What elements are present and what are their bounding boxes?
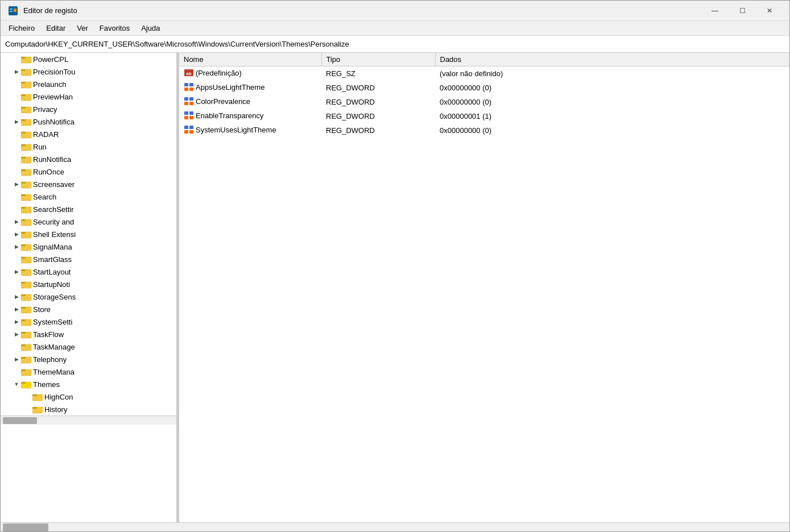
svg-text:ab: ab: [186, 71, 191, 76]
folder-icon-taskflow: [21, 330, 31, 339]
col-header-name[interactable]: Nome: [179, 53, 321, 66]
horizontal-scrollbar-thumb[interactable]: [3, 523, 48, 531]
tree-item-startlayout[interactable]: ▶ StartLayout: [1, 265, 176, 278]
tree-item-themes[interactable]: ▼ Themes: [1, 378, 176, 390]
tree-label-security-and: Security and: [33, 218, 74, 226]
folder-icon-history: [32, 405, 43, 414]
col-header-type[interactable]: Tipo: [321, 53, 435, 66]
svg-rect-104: [189, 116, 193, 119]
value-row-appsuse[interactable]: AppsUseLightTheme REG_DWORD 0x00000000 (…: [179, 81, 789, 95]
bottom-scrollbar[interactable]: [1, 522, 789, 531]
value-type-colorprev: REG_DWORD: [321, 95, 435, 109]
svg-rect-47: [21, 232, 26, 234]
expander-runonce: [12, 167, 21, 176]
value-row-systemuses[interactable]: SystemUsesLightTheme REG_DWORD 0x0000000…: [179, 123, 789, 138]
tree-item-taskmanage[interactable]: TaskManage: [1, 340, 176, 353]
value-data-predefini: (valor não definido): [435, 66, 789, 81]
folder-icon-storagesens: [21, 292, 31, 301]
tree-item-previewhan[interactable]: PreviewHan: [1, 90, 176, 103]
svg-rect-94: [189, 83, 193, 86]
tree-item-screensaver[interactable]: ▶ Screensaver: [1, 178, 176, 190]
expander-search: [12, 192, 21, 201]
tree-item-signalmana[interactable]: ▶ SignalMana: [1, 240, 176, 253]
folder-icon-search: [21, 192, 31, 201]
tree-label-systemsetti: SystemSetti: [33, 318, 72, 326]
menu-ver[interactable]: Ver: [71, 22, 94, 34]
close-button[interactable]: ✕: [756, 2, 783, 19]
tree-item-shell-extensi[interactable]: ▶ Shell Extensi: [1, 228, 176, 240]
registry-editor-window: Editor de registo — ☐ ✕ Ficheiro Editar …: [0, 0, 790, 532]
tree-item-security-and[interactable]: ▶ Security and: [1, 215, 176, 228]
tree-item-runonce[interactable]: RunOnce: [1, 165, 176, 178]
expander-privacy: [12, 105, 21, 114]
tree-item-systemsetti[interactable]: ▶ SystemSetti: [1, 315, 176, 328]
svg-rect-32: [21, 169, 26, 171]
folder-icon-taskmanage: [21, 342, 31, 351]
value-row-enabletrans[interactable]: EnableTransparency REG_DWORD 0x00000001 …: [179, 109, 789, 123]
svg-rect-97: [184, 97, 188, 101]
tree-item-highcon[interactable]: HighCon: [1, 390, 176, 403]
tree-item-taskflow[interactable]: ▶ TaskFlow: [1, 328, 176, 340]
menu-ficheiro[interactable]: Ficheiro: [3, 22, 40, 34]
expander-precisiontou: ▶: [12, 67, 21, 76]
folder-icon-run: [21, 142, 31, 151]
menu-editar[interactable]: Editar: [40, 22, 71, 34]
tree-item-runnotifica[interactable]: RunNotifica: [1, 153, 176, 165]
tree-item-startupnoti[interactable]: StartupNoti: [1, 278, 176, 290]
svg-rect-95: [184, 88, 188, 91]
svg-rect-102: [189, 111, 193, 115]
expander-radar: [12, 130, 21, 139]
tree-item-thememana[interactable]: ThemeMana: [1, 365, 176, 378]
tree-item-telephony[interactable]: ▶ Telephony: [1, 353, 176, 365]
tree-item-privacy[interactable]: Privacy: [1, 103, 176, 115]
dword-icon-appsuse: [184, 82, 194, 92]
tree-item-store[interactable]: ▶ Store: [1, 303, 176, 315]
value-name-appsuse: AppsUseLightTheme: [179, 81, 321, 95]
value-data-appsuse: 0x00000000 (0): [435, 81, 789, 95]
tree-item-searchsettir[interactable]: SearchSettir: [1, 203, 176, 215]
tree-label-smartglass: SmartGlass: [33, 255, 72, 264]
tree-item-prelaunch[interactable]: Prelaunch: [1, 78, 176, 90]
tree-item-run[interactable]: Run: [1, 140, 176, 153]
tree-label-taskflow: TaskFlow: [33, 330, 64, 339]
svg-rect-65: [21, 307, 26, 309]
expander-security-and: ▶: [12, 217, 21, 226]
tree-item-history[interactable]: History: [1, 403, 176, 415]
tree-item-pushnotifica[interactable]: ▶ PushNotifica: [1, 115, 176, 128]
tree-item-radar[interactable]: RADAR: [1, 128, 176, 140]
tree-label-runonce: RunOnce: [33, 168, 64, 176]
menu-favoritos[interactable]: Favoritos: [94, 22, 135, 34]
window-controls: — ☐ ✕: [702, 2, 783, 19]
address-bar[interactable]: Computador\HKEY_CURRENT_USER\Software\Mi…: [1, 36, 789, 53]
menu-ajuda[interactable]: Ajuda: [135, 22, 166, 34]
value-name-predefini: ab (Predefinição): [179, 66, 321, 81]
tree-scrollbar-thumb[interactable]: [3, 417, 37, 424]
value-row-colorprev[interactable]: ColorPrevalence REG_DWORD 0x00000000 (0): [179, 95, 789, 109]
tree-item-storagesens[interactable]: ▶ StorageSens: [1, 290, 176, 303]
expander-screensaver: ▶: [12, 180, 21, 189]
tree-label-search: Search: [33, 193, 56, 201]
value-row-predefini[interactable]: ab (Predefinição) REG_SZ (valor não defi…: [179, 66, 789, 81]
expander-run: [12, 142, 21, 151]
value-type-appsuse: REG_DWORD: [321, 81, 435, 95]
svg-rect-62: [21, 294, 26, 296]
svg-rect-59: [21, 282, 26, 284]
value-data-enabletrans: 0x00000001 (1): [435, 109, 789, 123]
tree-item-powercpl[interactable]: PowerCPL: [1, 53, 176, 65]
tree-panel[interactable]: PowerCPL ▶ PrecisionTou Prelaunch: [1, 53, 177, 522]
tree-item-smartglass[interactable]: SmartGlass: [1, 253, 176, 265]
tree-item-search[interactable]: Search: [1, 190, 176, 203]
col-header-data[interactable]: Dados: [435, 53, 789, 66]
svg-rect-56: [21, 269, 26, 271]
expander-themes: ▼: [12, 380, 21, 389]
maximize-button[interactable]: ☐: [729, 2, 755, 19]
folder-icon-searchsettir: [21, 205, 31, 214]
expander-storagesens: ▶: [12, 292, 21, 301]
svg-rect-74: [21, 344, 26, 346]
svg-rect-99: [184, 102, 188, 105]
value-type-enabletrans: REG_DWORD: [321, 109, 435, 123]
tree-item-precisiontou[interactable]: ▶ PrecisionTou: [1, 65, 176, 78]
minimize-button[interactable]: —: [702, 2, 728, 19]
svg-rect-103: [184, 116, 188, 119]
expander-systemsetti: ▶: [12, 317, 21, 326]
